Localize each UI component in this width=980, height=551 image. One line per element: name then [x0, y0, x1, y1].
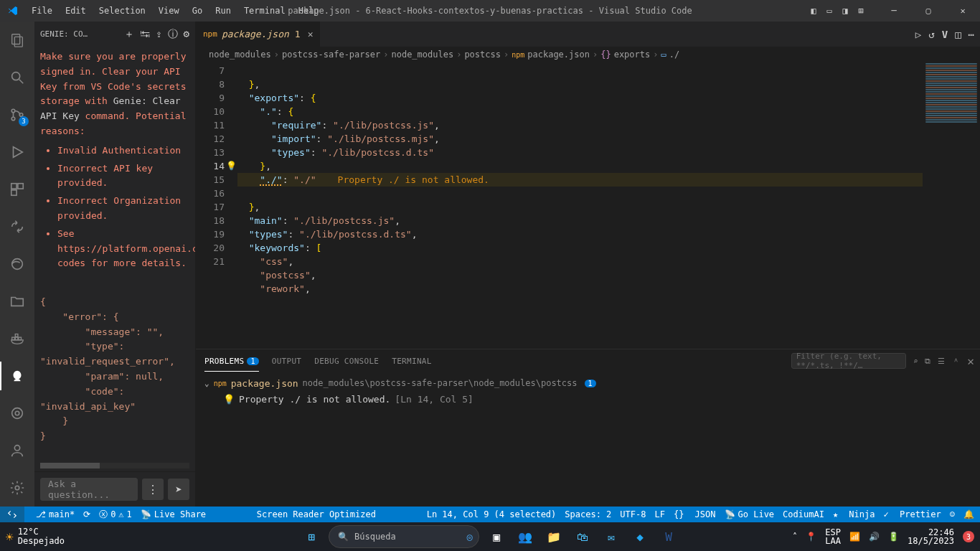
location-icon[interactable]: 📍: [806, 532, 816, 542]
start-icon[interactable]: ⊞: [300, 525, 323, 548]
tab-output[interactable]: OUTPUT: [272, 351, 302, 372]
status-codium[interactable]: CodiumAI: [783, 509, 824, 519]
split-icon[interactable]: ◫: [955, 29, 961, 40]
share-icon[interactable]: [0, 212, 34, 241]
notification-badge[interactable]: 3: [963, 531, 974, 542]
debug-icon[interactable]: [0, 138, 34, 166]
sidebar-scrollbar[interactable]: [40, 463, 189, 468]
accounts-icon[interactable]: [0, 436, 34, 465]
revert-icon[interactable]: ↺: [928, 29, 934, 40]
status-feedback-icon[interactable]: ☺: [950, 509, 955, 519]
search-chat-icon[interactable]: ◎: [467, 531, 473, 542]
menu-terminal[interactable]: Terminal: [238, 3, 291, 19]
insert-icon[interactable]: ⭾: [140, 28, 150, 41]
more-icon[interactable]: ⋮: [142, 479, 164, 500]
remote-icon[interactable]: [0, 507, 24, 522]
file-explorer-icon[interactable]: 📁: [542, 525, 565, 548]
tab-close-icon[interactable]: ✕: [308, 29, 314, 39]
genie-icon[interactable]: [0, 362, 34, 390]
ask-input[interactable]: Ask a question...: [40, 478, 138, 501]
volume-icon[interactable]: 🔊: [869, 532, 880, 542]
collapse-icon[interactable]: ⧉: [925, 357, 930, 366]
genie-reasons: Invalid Authentication Incorrect API key…: [57, 143, 189, 271]
mail-icon[interactable]: ✉: [600, 525, 623, 548]
store-icon[interactable]: 🛍: [571, 525, 594, 548]
status-indent[interactable]: Spaces: 2: [565, 509, 611, 519]
project-manager-icon[interactable]: [0, 287, 34, 316]
tab-debug-console[interactable]: DEBUG CONSOLE: [314, 351, 379, 372]
breadcrumbs[interactable]: node_modules› postcss-safe-parser› node_…: [196, 47, 980, 62]
status-live-share[interactable]: 📡Live Share: [141, 509, 206, 519]
menu-selection[interactable]: Selection: [93, 3, 151, 19]
task-view-icon[interactable]: ▣: [485, 525, 508, 548]
layout-customize-icon[interactable]: ⊞: [855, 5, 867, 17]
status-errors-warnings[interactable]: ⓧ0 ⚠1: [99, 509, 132, 521]
problems-filter-input[interactable]: Filter (e.g. text, **/*.ts, !**/…: [791, 353, 906, 369]
settings-icon[interactable]: ⚙: [184, 28, 189, 41]
tray-datetime[interactable]: 22:4618/5/2023: [908, 528, 954, 545]
teams-icon[interactable]: 👥: [514, 525, 537, 548]
taskbar-weather[interactable]: ☀ 12°CDespejado: [0, 527, 65, 546]
genie-error-json: { "error": { "message": "", "type": "inv…: [40, 280, 189, 459]
codium-icon[interactable]: [0, 399, 34, 428]
status-eol[interactable]: LF: [654, 509, 664, 519]
menu-edit[interactable]: Edit: [60, 3, 92, 19]
status-branch[interactable]: ⎇main*: [36, 509, 75, 519]
status-bell-icon[interactable]: 🔔: [963, 509, 974, 519]
code-pane[interactable]: 7 8 9 10 11 12 13 14 15 16 17 18 19 20 2…: [196, 62, 980, 349]
tab-terminal[interactable]: TERMINAL: [392, 351, 431, 372]
wifi-icon[interactable]: 📶: [849, 532, 860, 542]
maximize-button[interactable]: ▢: [914, 0, 943, 22]
maximize-panel-icon[interactable]: ＾: [952, 356, 960, 367]
tray-chevron-icon[interactable]: ˄: [793, 532, 797, 542]
layout-toggle-secondary-icon[interactable]: ◨: [839, 5, 851, 17]
menu-file[interactable]: File: [26, 3, 58, 19]
verify-icon[interactable]: V: [942, 29, 948, 40]
chevron-down-icon[interactable]: ⌄: [204, 379, 209, 388]
tab-problems[interactable]: PROBLEMS1: [204, 351, 259, 372]
status-cursor[interactable]: Ln 14, Col 9 (4 selected): [427, 509, 557, 519]
lightbulb-icon[interactable]: 💡: [226, 159, 237, 173]
layout-toggle-primary-icon[interactable]: ◧: [808, 5, 819, 17]
minimap[interactable]: [923, 62, 980, 263]
layout-toggle-panel-icon[interactable]: ▭: [824, 5, 835, 17]
extensions-icon[interactable]: [0, 175, 34, 204]
battery-icon[interactable]: 🔋: [888, 532, 899, 542]
export-icon[interactable]: ⇪: [156, 28, 161, 41]
info-icon[interactable]: ⓘ: [168, 28, 178, 41]
vscode-taskbar-icon[interactable]: ◆: [628, 525, 651, 548]
search-icon[interactable]: [0, 63, 34, 92]
status-encoding[interactable]: UTF-8: [620, 509, 646, 519]
new-chat-icon[interactable]: ＋: [124, 28, 134, 41]
close-panel-icon[interactable]: ✕: [967, 354, 974, 368]
status-ninja[interactable]: ★ Ninja: [833, 509, 875, 519]
svg-rect-9: [18, 184, 23, 189]
word-icon[interactable]: W: [657, 525, 680, 548]
menu-run[interactable]: Run: [209, 3, 237, 19]
edge-icon[interactable]: [0, 250, 34, 278]
status-sync[interactable]: ⟳: [83, 509, 90, 519]
status-prettier[interactable]: ✓ Prettier: [883, 509, 941, 519]
more-icon[interactable]: ⋯: [969, 29, 974, 40]
scm-icon[interactable]: 3: [0, 100, 34, 129]
status-language[interactable]: {} JSON: [674, 509, 716, 519]
taskbar-search[interactable]: 🔍Búsqueda◎: [329, 525, 479, 548]
tab-package-json[interactable]: npm package.json 1 ✕: [196, 22, 321, 47]
docker-icon[interactable]: [0, 324, 34, 353]
menu-view[interactable]: View: [153, 3, 185, 19]
send-icon[interactable]: ➤: [168, 479, 189, 500]
code[interactable]: }, "exports": { ".": { "require": "./lib…: [237, 62, 980, 349]
filter-icon[interactable]: ⌕: [913, 357, 918, 366]
problem-item[interactable]: 💡 Property ./ is not allowed. [Ln 14, Co…: [204, 391, 971, 407]
view-as-icon[interactable]: ☰: [938, 357, 945, 366]
problem-file-row[interactable]: ⌄ npm package.json node_modules\postcss-…: [204, 375, 971, 391]
tray-language[interactable]: ESPLAA: [825, 528, 841, 545]
status-go-live[interactable]: 📡Go Live: [725, 509, 775, 519]
minimize-button[interactable]: ─: [880, 0, 908, 22]
close-button[interactable]: ✕: [948, 0, 977, 22]
settings-icon[interactable]: [0, 474, 34, 502]
run-icon[interactable]: ▷: [915, 29, 921, 40]
status-screen-reader[interactable]: Screen Reader Optimized: [257, 509, 376, 519]
explorer-icon[interactable]: [0, 26, 34, 55]
menu-go[interactable]: Go: [187, 3, 208, 19]
